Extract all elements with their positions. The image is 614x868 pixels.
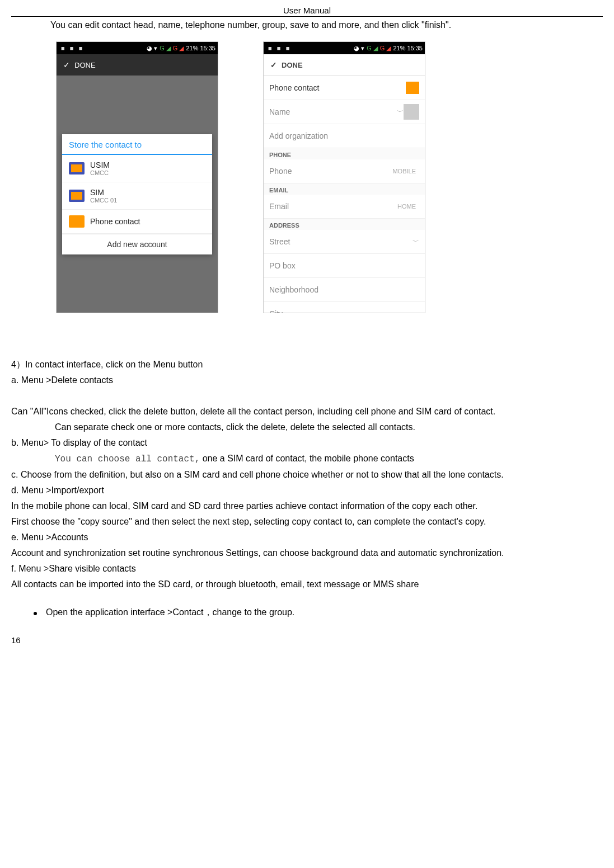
chevron-down-icon[interactable]: ﹀: [397, 107, 404, 117]
signal-icon-1: G ◢: [160, 45, 171, 52]
section-email: EMAIL: [264, 183, 425, 195]
dialog-title: Store the contact to: [62, 134, 212, 155]
line-d: d. Menu >Import/export: [11, 484, 592, 497]
dialog-row-sim[interactable]: SIM CMCC 01: [62, 182, 212, 210]
line-a2: Can separate check one or more contacts,…: [55, 421, 592, 434]
line-b1-mono: You can choose all contact,: [55, 454, 200, 464]
dialog-row-phone[interactable]: Phone contact: [62, 210, 212, 234]
line-b1-rest: one a SIM card of contact, the mobile ph…: [200, 454, 414, 463]
row-add-organization[interactable]: Add organization: [264, 124, 425, 148]
check-icon: ✓: [63, 60, 70, 69]
battery-time: 21% 15:35: [393, 45, 423, 51]
row-phone-field[interactable]: Phone MOBILE: [264, 159, 425, 183]
dialog-row-usim[interactable]: USIM CMCC: [62, 155, 212, 182]
sim-icon: [69, 190, 85, 202]
section-phone: PHONE: [264, 148, 425, 159]
email-placeholder: Email: [269, 202, 289, 211]
avatar-placeholder[interactable]: [404, 104, 419, 120]
bullet-text: Open the application interface >Contact，…: [46, 607, 294, 619]
line-f: f. Menu >Share visible contacts: [11, 562, 592, 575]
contact-form: Phone contact Name ﹀ Add organization PH…: [264, 76, 425, 313]
row-sublabel: CMCC: [90, 169, 110, 176]
screenshot-store-contact: ■ ■ ■ ◕ ▾ G ◢ G ◢ 21% 15:35 ✓ DONE Store…: [56, 41, 218, 313]
row-street[interactable]: Street ﹀: [264, 230, 425, 254]
page-header: User Manual: [11, 6, 603, 15]
row-label: SIM: [90, 188, 117, 197]
line-e: e. Menu >Accounts: [11, 531, 592, 544]
page-number: 16: [11, 635, 603, 645]
row-label: USIM: [90, 161, 110, 169]
store-contact-dialog: Store the contact to USIM CMCC SIM CMCC …: [62, 134, 212, 254]
battery-time: 21% 15:35: [186, 45, 215, 51]
phone-type[interactable]: MOBILE: [392, 168, 416, 174]
body-text: 4）In contact interface, click on the Men…: [11, 358, 603, 619]
row-label: Phone contact: [90, 217, 140, 226]
line-d1: In the mobile phone can local, SIM card …: [11, 499, 592, 513]
line-d2: First choose the "copy source" and then …: [11, 515, 592, 529]
line-b: b. Menu> To display of the contact: [11, 436, 592, 450]
city-placeholder: City: [269, 309, 283, 313]
row-name[interactable]: Name ﹀: [264, 100, 425, 124]
line-a1: Can "All"Icons checked, click the delete…: [11, 405, 592, 418]
row-email-field[interactable]: Email HOME: [264, 195, 425, 219]
status-bar: ■ ■ ■ ◕ ▾ G ◢ G ◢ 21% 15:35: [57, 42, 218, 54]
neighborhood-placeholder: Neighborhood: [269, 285, 318, 294]
done-bar[interactable]: ✓ DONE: [57, 54, 218, 76]
bullet-icon: [34, 612, 37, 615]
chevron-down-icon[interactable]: ﹀: [413, 237, 419, 247]
line-c: c. Choose from the definition, but also …: [11, 468, 592, 482]
line-b-head: b. Menu>: [11, 438, 49, 447]
line-f1: All contacts can be imported into the SD…: [11, 578, 592, 591]
header-rule: [11, 16, 603, 17]
bullet-open-app: Open the application interface >Contact，…: [34, 607, 603, 619]
contact-icon: [69, 215, 85, 228]
section-address: ADDRESS: [264, 219, 425, 230]
signal-icon-2: G ◢: [173, 45, 184, 52]
intro-paragraph: You can edit contact head, name, telepho…: [50, 20, 580, 30]
screenshot-row: ■ ■ ■ ◕ ▾ G ◢ G ◢ 21% 15:35 ✓ DONE Store…: [56, 41, 603, 313]
contact-icon: [406, 82, 419, 94]
signal-icon-2: G ◢: [380, 45, 391, 52]
wifi-icon: ◕ ▾: [354, 45, 364, 52]
field-label: Phone contact: [269, 83, 320, 92]
line-a: a. Menu >Delete contacts: [11, 374, 592, 387]
wifi-icon: ◕ ▾: [147, 45, 157, 52]
row-pobox[interactable]: PO box: [264, 254, 425, 278]
line-e1: Account and synchronization set routine …: [11, 546, 592, 560]
phone-placeholder: Phone: [269, 167, 292, 176]
row-city[interactable]: City: [264, 302, 425, 313]
row-sublabel: CMCC 01: [90, 197, 117, 204]
done-bar[interactable]: ✓ DONE: [264, 54, 425, 76]
sim-icon: [69, 162, 85, 174]
status-left-icons: ■ ■ ■: [61, 45, 82, 51]
line-b-rest: To display of the contact: [49, 438, 147, 447]
screenshot-edit-contact: ■ ■ ■ ◕ ▾ G ◢ G ◢ 21% 15:35 ✓ DONE Phone…: [263, 41, 425, 313]
row-neighborhood[interactable]: Neighborhood: [264, 278, 425, 302]
done-label: DONE: [282, 61, 303, 69]
status-bar: ■ ■ ■ ◕ ▾ G ◢ G ◢ 21% 15:35: [264, 42, 425, 54]
status-left-icons: ■ ■ ■: [268, 45, 289, 51]
dialog-footer-add-account[interactable]: Add new account: [62, 234, 212, 254]
line-b1: You can choose all contact, one a SIM ca…: [55, 452, 592, 466]
line-4: 4）In contact interface, click on the Men…: [11, 358, 592, 371]
name-placeholder: Name: [269, 107, 290, 116]
dialog-backdrop: Store the contact to USIM CMCC SIM CMCC …: [57, 76, 218, 313]
check-icon: ✓: [270, 60, 277, 69]
done-label: DONE: [74, 61, 96, 69]
line-a1-wrap: [50, 389, 592, 403]
signal-icon-1: G ◢: [367, 45, 378, 52]
addorg-placeholder: Add organization: [269, 131, 328, 140]
row-phone-contact[interactable]: Phone contact: [264, 76, 425, 100]
pobox-placeholder: PO box: [269, 261, 296, 270]
email-type[interactable]: HOME: [397, 203, 416, 210]
street-placeholder: Street: [269, 237, 290, 246]
